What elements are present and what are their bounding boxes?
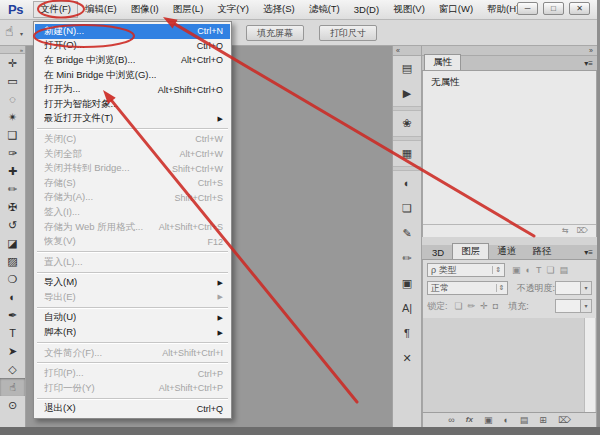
- blur-tool[interactable]: ❍: [0, 270, 25, 288]
- file-menu-item-30[interactable]: 退出(X)Ctrl+Q: [35, 402, 230, 417]
- file-menu-item-22[interactable]: 自动(U)▶: [35, 311, 230, 326]
- crop-tool[interactable]: ❑: [0, 126, 25, 144]
- file-menu-item-27[interactable]: 打印(P)...Ctrl+P: [35, 366, 230, 381]
- panel-menu-icon[interactable]: ▾≡: [584, 59, 593, 68]
- history-panel-icon[interactable]: ▤: [393, 56, 421, 81]
- clone-stamp-tool[interactable]: ✠: [0, 198, 25, 216]
- print-size-button[interactable]: 打印尺寸: [319, 25, 377, 41]
- lock-all-icon[interactable]: ◘: [493, 301, 498, 311]
- layers-scrollbar[interactable]: [584, 318, 595, 412]
- delete-layer-icon[interactable]: ⌦: [558, 413, 571, 427]
- file-menu-item-20[interactable]: 导出(E)▶: [35, 290, 230, 305]
- tab-properties[interactable]: 属性: [424, 54, 461, 70]
- file-menu-item-15[interactable]: 恢复(V)F12: [35, 234, 230, 249]
- fill-input[interactable]: [555, 299, 581, 313]
- menubar-item-9[interactable]: 窗口(W): [432, 1, 480, 18]
- type-tool[interactable]: T: [0, 324, 25, 342]
- tab-3D[interactable]: 3D: [424, 246, 452, 259]
- tool-presets-panel-icon[interactable]: ✕: [393, 346, 421, 371]
- minimize-button[interactable]: ─: [517, 2, 538, 15]
- lock-position-icon[interactable]: ✛: [480, 301, 488, 311]
- 3d-panel-icon[interactable]: ▦: [393, 141, 421, 166]
- file-menu-item-17[interactable]: 置入(L)...: [35, 255, 230, 270]
- filter-adjustment-layers-icon[interactable]: ◐: [526, 265, 531, 275]
- adjustment-layer-icon[interactable]: ◐: [503, 413, 508, 427]
- layer-style-icon[interactable]: fx: [466, 413, 473, 427]
- quick-select-tool[interactable]: ✴: [0, 108, 25, 126]
- toolbox-header[interactable]: »: [0, 46, 25, 54]
- fill-screen-button[interactable]: 填充屏幕: [246, 25, 304, 41]
- new-layer-icon[interactable]: ⊞: [539, 413, 547, 427]
- zoom-tool[interactable]: ⊙: [0, 396, 25, 414]
- file-menu-item-11[interactable]: 存储(S)Ctrl+S: [35, 176, 230, 191]
- expand-panels-icon[interactable]: «: [393, 46, 421, 56]
- gradient-tool[interactable]: ▨: [0, 252, 25, 270]
- menubar-item-5[interactable]: 选择(S): [256, 1, 302, 18]
- layer-mask-icon[interactable]: ▣: [484, 413, 493, 427]
- fill-dropdown-icon[interactable]: ▾: [581, 299, 592, 313]
- adjustments-panel-icon[interactable]: ◐: [393, 171, 421, 196]
- brush-panel-icon[interactable]: ✎: [393, 221, 421, 246]
- filter-pixel-layers-icon[interactable]: ▣: [512, 265, 521, 275]
- layer-filter-dropdown[interactable]: ρ 类型 ⇕: [427, 263, 505, 277]
- eraser-tool[interactable]: ◪: [0, 234, 25, 252]
- tab-路径[interactable]: 路径: [524, 244, 559, 259]
- file-menu-item-14[interactable]: 存储为 Web 所用格式...Alt+Shift+Ctrl+S: [35, 220, 230, 235]
- filter-shape-layers-icon[interactable]: ❏: [546, 265, 554, 275]
- menubar-item-7[interactable]: 3D(D): [347, 2, 386, 17]
- maximize-button[interactable]: □: [543, 2, 564, 15]
- reset-properties-icon[interactable]: ⇆: [562, 225, 569, 237]
- swatches-panel-icon[interactable]: ❀: [393, 111, 421, 136]
- history-brush-tool[interactable]: ↺: [0, 216, 25, 234]
- menubar-item-6[interactable]: 滤镜(T): [302, 1, 347, 18]
- file-menu-item-12[interactable]: 存储为(A)...Shift+Ctrl+S: [35, 191, 230, 206]
- file-menu-item-13[interactable]: 签入(I)...: [35, 205, 230, 220]
- move-tool[interactable]: ✛: [0, 54, 25, 72]
- file-menu-item-23[interactable]: 脚本(R)▶: [35, 325, 230, 340]
- file-menu-item-3[interactable]: 在 Mini Bridge 中浏览(G)...: [35, 68, 230, 83]
- opacity-input[interactable]: [555, 281, 581, 295]
- chevron-down-icon[interactable]: ▾: [20, 30, 23, 37]
- filter-smart-objects-icon[interactable]: ▤: [560, 265, 569, 275]
- file-menu-item-6[interactable]: 最近打开文件(T)▶: [35, 112, 230, 127]
- file-menu-item-0[interactable]: 新建(N)...Ctrl+N: [35, 24, 230, 39]
- hand-tool[interactable]: ☝: [0, 378, 25, 396]
- file-menu-item-1[interactable]: 打开(O)...Ctrl+O: [35, 39, 230, 54]
- panel-menu-icon[interactable]: ▾≡: [584, 248, 593, 257]
- file-menu-item-4[interactable]: 打开为...Alt+Shift+Ctrl+O: [35, 82, 230, 97]
- close-button[interactable]: ✕: [569, 2, 590, 15]
- link-layers-icon[interactable]: ∞: [448, 413, 454, 427]
- menubar-item-4[interactable]: 文字(Y): [210, 1, 256, 18]
- tab-图层[interactable]: 图层: [452, 243, 489, 259]
- menubar-item-1[interactable]: 编辑(E): [78, 1, 124, 18]
- shape-tool[interactable]: ◇: [0, 360, 25, 378]
- menubar-item-8[interactable]: 视图(V): [386, 1, 432, 18]
- styles-panel-icon[interactable]: ❏: [393, 196, 421, 221]
- lasso-tool[interactable]: ◌: [0, 90, 25, 108]
- file-menu-item-5[interactable]: 打开为智能对象...: [35, 97, 230, 112]
- menubar-item-3[interactable]: 图层(L): [166, 1, 211, 18]
- marquee-tool[interactable]: ▭: [0, 72, 25, 90]
- lock-transparency-icon[interactable]: ❏: [455, 301, 463, 311]
- file-menu-item-2[interactable]: 在 Bridge 中浏览(B)...Alt+Ctrl+O: [35, 53, 230, 68]
- lock-pixels-icon[interactable]: ✏: [468, 301, 476, 311]
- filter-type-layers-icon[interactable]: T: [536, 265, 542, 275]
- file-menu-item-28[interactable]: 打印一份(Y)Alt+Shift+Ctrl+P: [35, 381, 230, 396]
- pen-tool[interactable]: ✒: [0, 306, 25, 324]
- opacity-dropdown-icon[interactable]: ▾: [581, 281, 592, 295]
- character-panel-icon[interactable]: A|: [393, 296, 421, 321]
- clone-source-panel-icon[interactable]: ▣: [393, 271, 421, 296]
- menubar-item-0[interactable]: 文件(F): [33, 1, 78, 18]
- menubar-item-2[interactable]: 图像(I): [124, 1, 166, 18]
- healing-brush-tool[interactable]: ✚: [0, 162, 25, 180]
- actions-panel-icon[interactable]: ▶: [393, 81, 421, 106]
- path-select-tool[interactable]: ➤: [0, 342, 25, 360]
- dodge-tool[interactable]: ◐: [0, 288, 25, 306]
- delete-properties-icon[interactable]: ⌦: [577, 225, 588, 237]
- file-menu-item-10[interactable]: 关闭并转到 Bridge...Shift+Ctrl+W: [35, 161, 230, 176]
- eyedropper-tool[interactable]: ✑: [0, 144, 25, 162]
- tab-通道[interactable]: 通道: [489, 244, 524, 259]
- brush-tool[interactable]: ✏: [0, 180, 25, 198]
- file-menu-item-19[interactable]: 导入(M)▶: [35, 276, 230, 291]
- file-menu-item-9[interactable]: 关闭全部Alt+Ctrl+W: [35, 147, 230, 162]
